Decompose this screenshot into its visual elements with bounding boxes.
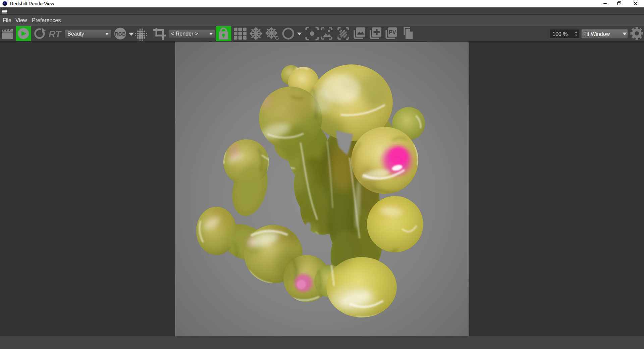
svg-text:G: G (275, 35, 279, 41)
svg-text:100 %: 100 % (552, 31, 568, 37)
svg-text:Fit Window: Fit Window (583, 31, 610, 37)
svg-text:RT: RT (49, 29, 62, 39)
svg-text:RGB: RGB (115, 31, 125, 37)
svg-text:Beauty: Beauty (67, 31, 84, 37)
svg-text:PV: PV (389, 30, 396, 35)
svg-text:< Render >: < Render > (171, 31, 198, 37)
